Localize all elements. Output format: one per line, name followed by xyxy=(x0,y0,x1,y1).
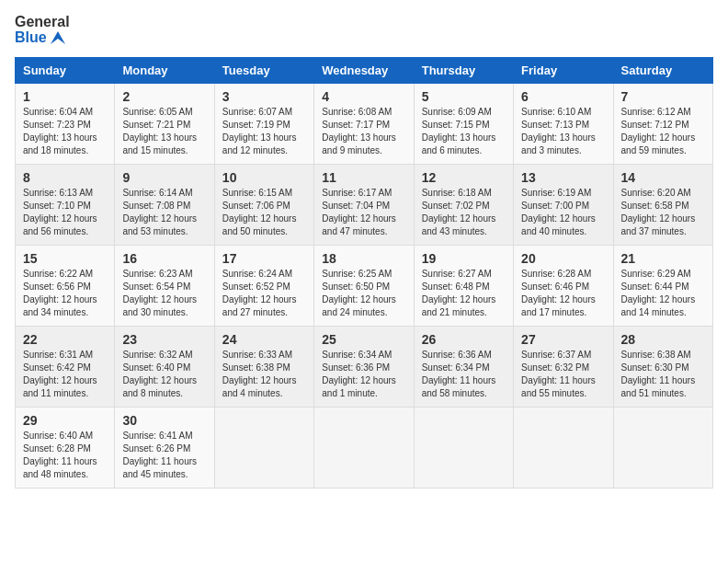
day-number: 20 xyxy=(521,251,605,266)
day-detail: Sunrise: 6:20 AMSunset: 6:58 PMDaylight:… xyxy=(621,188,696,236)
day-detail: Sunrise: 6:17 AMSunset: 7:04 PMDaylight:… xyxy=(322,188,396,236)
calendar-cell: 23Sunrise: 6:32 AMSunset: 6:40 PMDayligh… xyxy=(115,327,214,408)
calendar-week-3: 15Sunrise: 6:22 AMSunset: 6:56 PMDayligh… xyxy=(16,246,713,327)
calendar-body: 1Sunrise: 6:04 AMSunset: 7:23 PMDaylight… xyxy=(16,84,713,488)
logo-block: General Blue xyxy=(15,15,70,46)
calendar-cell: 11Sunrise: 6:17 AMSunset: 7:04 PMDayligh… xyxy=(314,165,414,246)
day-number: 25 xyxy=(322,332,405,347)
day-number: 26 xyxy=(422,332,506,347)
day-number: 27 xyxy=(521,332,605,347)
calendar-week-4: 22Sunrise: 6:31 AMSunset: 6:42 PMDayligh… xyxy=(16,327,713,408)
calendar-cell: 26Sunrise: 6:36 AMSunset: 6:34 PMDayligh… xyxy=(414,327,513,408)
day-detail: Sunrise: 6:22 AMSunset: 6:56 PMDaylight:… xyxy=(23,269,97,317)
day-detail: Sunrise: 6:37 AMSunset: 6:32 PMDaylight:… xyxy=(521,350,596,398)
day-detail: Sunrise: 6:29 AMSunset: 6:44 PMDaylight:… xyxy=(621,269,696,317)
day-number: 7 xyxy=(621,89,705,104)
day-detail: Sunrise: 6:07 AMSunset: 7:19 PMDaylight:… xyxy=(222,107,297,155)
day-detail: Sunrise: 6:18 AMSunset: 7:02 PMDaylight:… xyxy=(422,188,496,236)
calendar-cell: 30Sunrise: 6:41 AMSunset: 6:26 PMDayligh… xyxy=(115,408,214,488)
day-detail: Sunrise: 6:10 AMSunset: 7:13 PMDaylight:… xyxy=(521,107,596,155)
day-number: 11 xyxy=(322,170,405,185)
calendar-cell: 15Sunrise: 6:22 AMSunset: 6:56 PMDayligh… xyxy=(16,246,115,327)
day-number: 3 xyxy=(222,89,306,104)
day-number: 16 xyxy=(122,251,206,266)
calendar-cell: 17Sunrise: 6:24 AMSunset: 6:52 PMDayligh… xyxy=(214,246,313,327)
day-detail: Sunrise: 6:25 AMSunset: 6:50 PMDaylight:… xyxy=(322,269,396,317)
calendar-cell: 9Sunrise: 6:14 AMSunset: 7:08 PMDaylight… xyxy=(115,165,214,246)
column-header-saturday: Saturday xyxy=(613,58,712,84)
day-detail: Sunrise: 6:08 AMSunset: 7:17 PMDaylight:… xyxy=(322,107,396,155)
day-number: 22 xyxy=(23,332,107,347)
day-number: 30 xyxy=(122,413,206,428)
day-detail: Sunrise: 6:19 AMSunset: 7:00 PMDaylight:… xyxy=(521,188,596,236)
day-detail: Sunrise: 6:41 AMSunset: 6:26 PMDaylight:… xyxy=(122,431,197,479)
column-header-tuesday: Tuesday xyxy=(214,58,313,84)
column-header-monday: Monday xyxy=(115,58,214,84)
day-detail: Sunrise: 6:32 AMSunset: 6:40 PMDaylight:… xyxy=(122,350,197,398)
logo-blue-text: Blue xyxy=(15,29,70,46)
day-detail: Sunrise: 6:27 AMSunset: 6:48 PMDaylight:… xyxy=(422,269,496,317)
calendar-cell: 12Sunrise: 6:18 AMSunset: 7:02 PMDayligh… xyxy=(414,165,513,246)
day-number: 2 xyxy=(122,89,206,104)
day-detail: Sunrise: 6:04 AMSunset: 7:23 PMDaylight:… xyxy=(23,107,97,155)
column-header-friday: Friday xyxy=(514,58,613,84)
calendar-cell: 22Sunrise: 6:31 AMSunset: 6:42 PMDayligh… xyxy=(16,327,115,408)
day-number: 28 xyxy=(621,332,705,347)
calendar-cell xyxy=(514,408,613,488)
calendar-cell xyxy=(314,408,414,488)
calendar-table: SundayMondayTuesdayWednesdayThursdayFrid… xyxy=(15,57,713,488)
day-detail: Sunrise: 6:38 AMSunset: 6:30 PMDaylight:… xyxy=(621,350,696,398)
calendar-cell: 4Sunrise: 6:08 AMSunset: 7:17 PMDaylight… xyxy=(314,84,414,165)
logo-bird-icon xyxy=(49,29,65,46)
calendar-cell: 10Sunrise: 6:15 AMSunset: 7:06 PMDayligh… xyxy=(214,165,313,246)
day-number: 29 xyxy=(23,413,107,428)
calendar-cell: 14Sunrise: 6:20 AMSunset: 6:58 PMDayligh… xyxy=(613,165,712,246)
calendar-cell: 16Sunrise: 6:23 AMSunset: 6:54 PMDayligh… xyxy=(115,246,214,327)
day-number: 1 xyxy=(23,89,107,104)
day-number: 17 xyxy=(222,251,306,266)
calendar-cell: 29Sunrise: 6:40 AMSunset: 6:28 PMDayligh… xyxy=(16,408,115,488)
calendar-cell: 19Sunrise: 6:27 AMSunset: 6:48 PMDayligh… xyxy=(414,246,513,327)
calendar-cell: 6Sunrise: 6:10 AMSunset: 7:13 PMDaylight… xyxy=(514,84,613,165)
day-detail: Sunrise: 6:31 AMSunset: 6:42 PMDaylight:… xyxy=(23,350,97,398)
day-number: 10 xyxy=(222,170,306,185)
svg-marker-0 xyxy=(51,31,65,44)
day-detail: Sunrise: 6:34 AMSunset: 6:36 PMDaylight:… xyxy=(322,350,396,398)
calendar-cell: 3Sunrise: 6:07 AMSunset: 7:19 PMDaylight… xyxy=(214,84,313,165)
calendar-cell xyxy=(613,408,712,488)
calendar-cell: 25Sunrise: 6:34 AMSunset: 6:36 PMDayligh… xyxy=(314,327,414,408)
calendar-cell xyxy=(414,408,513,488)
day-number: 12 xyxy=(422,170,506,185)
day-detail: Sunrise: 6:14 AMSunset: 7:08 PMDaylight:… xyxy=(122,188,197,236)
logo-general-text: General xyxy=(15,15,70,29)
calendar-cell: 18Sunrise: 6:25 AMSunset: 6:50 PMDayligh… xyxy=(314,246,414,327)
day-number: 5 xyxy=(422,89,506,104)
calendar-cell: 27Sunrise: 6:37 AMSunset: 6:32 PMDayligh… xyxy=(514,327,613,408)
day-detail: Sunrise: 6:40 AMSunset: 6:28 PMDaylight:… xyxy=(23,431,97,479)
day-number: 6 xyxy=(521,89,605,104)
day-detail: Sunrise: 6:13 AMSunset: 7:10 PMDaylight:… xyxy=(23,188,97,236)
calendar-cell: 1Sunrise: 6:04 AMSunset: 7:23 PMDaylight… xyxy=(16,84,115,165)
day-detail: Sunrise: 6:36 AMSunset: 6:34 PMDaylight:… xyxy=(422,350,496,398)
calendar-week-1: 1Sunrise: 6:04 AMSunset: 7:23 PMDaylight… xyxy=(16,84,713,165)
calendar-cell: 5Sunrise: 6:09 AMSunset: 7:15 PMDaylight… xyxy=(414,84,513,165)
day-detail: Sunrise: 6:12 AMSunset: 7:12 PMDaylight:… xyxy=(621,107,696,155)
day-number: 24 xyxy=(222,332,306,347)
calendar-cell: 7Sunrise: 6:12 AMSunset: 7:12 PMDaylight… xyxy=(613,84,712,165)
day-number: 19 xyxy=(422,251,506,266)
calendar-cell xyxy=(214,408,313,488)
calendar-header-row: SundayMondayTuesdayWednesdayThursdayFrid… xyxy=(16,58,713,84)
calendar-cell: 2Sunrise: 6:05 AMSunset: 7:21 PMDaylight… xyxy=(115,84,214,165)
calendar-cell: 24Sunrise: 6:33 AMSunset: 6:38 PMDayligh… xyxy=(214,327,313,408)
day-number: 15 xyxy=(23,251,107,266)
day-detail: Sunrise: 6:28 AMSunset: 6:46 PMDaylight:… xyxy=(521,269,596,317)
calendar-cell: 21Sunrise: 6:29 AMSunset: 6:44 PMDayligh… xyxy=(613,246,712,327)
calendar-cell: 20Sunrise: 6:28 AMSunset: 6:46 PMDayligh… xyxy=(514,246,613,327)
day-number: 21 xyxy=(621,251,705,266)
day-number: 9 xyxy=(122,170,206,185)
day-detail: Sunrise: 6:15 AMSunset: 7:06 PMDaylight:… xyxy=(222,188,297,236)
day-number: 18 xyxy=(322,251,405,266)
header: General Blue xyxy=(15,15,713,46)
column-header-wednesday: Wednesday xyxy=(314,58,414,84)
day-number: 4 xyxy=(322,89,405,104)
